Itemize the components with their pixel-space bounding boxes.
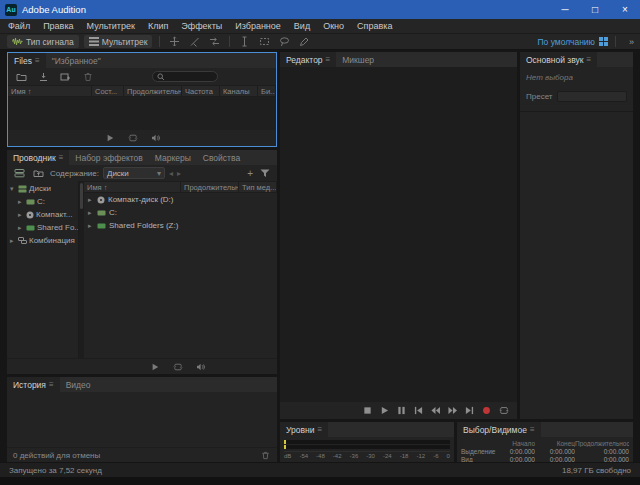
list-item-shared-folders[interactable]: ▸ Shared Folders (Z:) bbox=[84, 219, 277, 232]
column-sample-rate[interactable]: Частота bbox=[182, 86, 220, 96]
tab-mixer[interactable]: Микшер bbox=[336, 52, 380, 67]
column-name[interactable]: Имя ↑ bbox=[84, 182, 181, 192]
preview-play-button[interactable] bbox=[149, 361, 160, 372]
maximize-button[interactable]: □ bbox=[580, 0, 610, 19]
tab-levels[interactable]: Уровни ≡ bbox=[280, 422, 328, 437]
caret-right-icon[interactable]: ▸ bbox=[18, 211, 24, 219]
selection-duration-value[interactable]: 0:00.000 bbox=[575, 448, 629, 455]
tab-essential-sound[interactable]: Основной звук ≡ bbox=[520, 52, 597, 67]
menu-item-view[interactable]: Вид bbox=[294, 21, 310, 31]
rewind-button[interactable] bbox=[430, 405, 441, 416]
caret-right-icon[interactable]: ▸ bbox=[18, 224, 24, 232]
content-dropdown[interactable]: Диски ▾ bbox=[103, 167, 165, 179]
list-item-c-drive[interactable]: ▸ C: bbox=[84, 206, 277, 219]
minimize-button[interactable]: ─ bbox=[550, 0, 580, 19]
auto-play-speaker-button[interactable] bbox=[150, 133, 161, 144]
stop-button[interactable] bbox=[362, 405, 373, 416]
files-list[interactable] bbox=[8, 97, 276, 130]
tree-item-c-drive[interactable]: ▸ C: bbox=[7, 195, 78, 208]
tree-scrollbar[interactable] bbox=[79, 181, 84, 358]
caret-right-icon[interactable]: ▸ bbox=[88, 196, 94, 204]
tab-selection-view[interactable]: Выбор/Видимое ≡ bbox=[457, 422, 541, 437]
tree-item-drives[interactable]: ▾ Диски bbox=[7, 182, 78, 195]
menu-item-effects[interactable]: Эффекты bbox=[181, 21, 222, 31]
tree-item-drive-combination[interactable]: ▸ Комбинация bbox=[7, 234, 78, 247]
search-input[interactable] bbox=[152, 71, 218, 82]
move-tool-button[interactable] bbox=[167, 35, 182, 48]
delete-file-button[interactable] bbox=[80, 70, 95, 83]
new-item-button[interactable] bbox=[58, 70, 73, 83]
panel-menu-icon[interactable]: ≡ bbox=[59, 153, 64, 162]
tab-markers[interactable]: Маркеры bbox=[149, 150, 197, 165]
panel-menu-icon[interactable]: ≡ bbox=[587, 55, 592, 64]
column-state[interactable]: Сост... bbox=[92, 86, 124, 96]
panel-menu-icon[interactable]: ≡ bbox=[530, 425, 535, 434]
preset-dropdown[interactable] bbox=[557, 91, 628, 102]
waveform-view-button[interactable]: Тип сигнала bbox=[7, 35, 79, 48]
menu-item-window[interactable]: Окно bbox=[323, 21, 344, 31]
tab-video[interactable]: Видео bbox=[60, 377, 97, 392]
pause-button[interactable] bbox=[396, 405, 407, 416]
column-duration[interactable]: Продолжительн... bbox=[124, 86, 182, 96]
marquee-selection-tool-button[interactable] bbox=[257, 35, 272, 48]
column-name[interactable]: Имя ↑ bbox=[8, 86, 92, 96]
auto-play-speaker-button[interactable] bbox=[195, 361, 206, 372]
caret-right-icon[interactable]: ▸ bbox=[88, 222, 94, 230]
fast-forward-button[interactable] bbox=[447, 405, 458, 416]
scrollbar-thumb[interactable] bbox=[80, 183, 83, 209]
panel-menu-icon[interactable]: ≡ bbox=[326, 55, 331, 64]
caret-right-icon[interactable]: ▸ bbox=[18, 198, 24, 206]
panel-menu-icon[interactable]: ≡ bbox=[49, 380, 54, 389]
menu-item-clip[interactable]: Клип bbox=[148, 21, 168, 31]
history-list[interactable] bbox=[7, 392, 277, 447]
browser-list-empty[interactable] bbox=[84, 232, 277, 358]
add-shortcut-button[interactable]: + bbox=[247, 168, 253, 179]
close-button[interactable]: × bbox=[610, 0, 640, 19]
play-button[interactable] bbox=[379, 405, 390, 416]
loop-playback-button[interactable] bbox=[127, 133, 138, 144]
lasso-selection-tool-button[interactable] bbox=[277, 35, 292, 48]
list-item-cd-drive[interactable]: ▸ Компакт-диск (D:) bbox=[84, 193, 277, 206]
multitrack-view-button[interactable]: Мультитрек bbox=[84, 35, 153, 48]
caret-down-icon[interactable]: ▾ bbox=[10, 185, 16, 193]
caret-right-icon[interactable]: ▸ bbox=[88, 209, 94, 217]
filter-icon[interactable] bbox=[257, 167, 272, 180]
loop-playback-button[interactable] bbox=[498, 405, 509, 416]
razor-tool-button[interactable] bbox=[187, 35, 202, 48]
menu-item-help[interactable]: Справка bbox=[357, 21, 392, 31]
tab-effects-rack[interactable]: Набор эффектов bbox=[69, 150, 148, 165]
toolbar-overflow-button[interactable]: » bbox=[629, 37, 633, 47]
import-file-button[interactable] bbox=[36, 70, 51, 83]
record-button[interactable] bbox=[481, 405, 492, 416]
selection-end-value[interactable]: 0:00.000 bbox=[535, 448, 575, 455]
menu-item-edit[interactable]: Правка bbox=[43, 21, 73, 31]
tab-files[interactable]: Files ≡ bbox=[8, 53, 46, 68]
panel-menu-icon[interactable]: ≡ bbox=[317, 425, 322, 434]
workspace-switcher[interactable]: По умолчанию bbox=[538, 37, 608, 47]
tab-editor[interactable]: Редактор ≡ bbox=[280, 52, 336, 67]
preview-play-button[interactable] bbox=[104, 133, 115, 144]
menu-item-favorites[interactable]: Избранное bbox=[235, 21, 281, 31]
tab-history[interactable]: История ≡ bbox=[7, 377, 60, 392]
selection-start-value[interactable]: 0:00.000 bbox=[495, 448, 535, 455]
paintbrush-selection-tool-button[interactable] bbox=[297, 35, 312, 48]
skip-to-end-button[interactable] bbox=[464, 405, 475, 416]
panel-menu-icon[interactable]: ≡ bbox=[35, 56, 40, 65]
column-channels[interactable]: Каналы bbox=[220, 86, 258, 96]
menu-item-multitrack[interactable]: Мультитрек bbox=[87, 21, 135, 31]
drives-icon[interactable] bbox=[12, 167, 27, 180]
time-selection-tool-button[interactable] bbox=[237, 35, 252, 48]
column-bit-depth[interactable]: Би... bbox=[258, 86, 276, 96]
forward-button[interactable]: ▸ bbox=[177, 169, 181, 178]
slip-tool-button[interactable] bbox=[207, 35, 222, 48]
tab-favorites[interactable]: "Избранное" bbox=[46, 53, 107, 68]
tree-item-shared-folders[interactable]: ▸ Shared Fo... bbox=[7, 221, 78, 234]
column-media-type[interactable]: Тип мед... bbox=[239, 182, 277, 192]
tree-item-cd-drive[interactable]: ▸ Компакт... bbox=[7, 208, 78, 221]
column-duration[interactable]: Продолжительн... bbox=[181, 182, 239, 192]
menu-item-file[interactable]: Файл bbox=[8, 21, 30, 31]
tab-properties[interactable]: Свойства bbox=[197, 150, 246, 165]
open-file-button[interactable] bbox=[14, 70, 29, 83]
loop-playback-button[interactable] bbox=[172, 361, 183, 372]
back-button[interactable]: ◂ bbox=[169, 169, 173, 178]
